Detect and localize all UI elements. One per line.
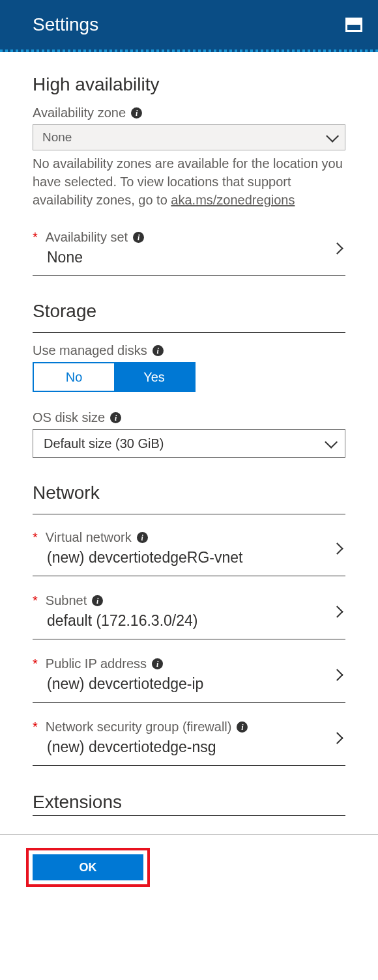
settings-blade: Settings High availability Availability … [0,0,378,904]
network-divider [33,514,345,514]
chevron-down-icon [326,130,339,143]
required-marker: * [33,656,38,671]
chevron-right-icon [331,606,343,617]
ok-button[interactable]: OK [33,854,143,880]
info-icon[interactable]: i [237,721,248,733]
chevron-right-icon [331,242,343,254]
storage-divider [33,332,345,333]
availability-zone-value: None [42,130,72,145]
osdisk-select[interactable]: Default size (30 GiB) [33,429,345,458]
section-extensions-heading: Extensions [33,792,345,813]
availability-set-label: Availability set [46,230,128,245]
blade-header: Settings [0,0,378,49]
managed-disks-label: Use managed disks [33,343,147,358]
managed-disks-no[interactable]: No [34,363,114,391]
public-ip-label: Public IP address [46,656,147,671]
availability-zone-select: None [33,124,345,150]
osdisk-value: Default size (30 GiB) [44,436,164,451]
public-ip-row[interactable]: * Public IP address i (new) devcertioted… [33,650,345,703]
managed-disks-label-row: Use managed disks i [33,343,345,358]
availability-set-value: None [33,249,325,266]
info-icon[interactable]: i [153,345,164,356]
section-network-heading: Network [33,483,345,503]
osdisk-label: OS disk size [33,410,105,425]
info-icon[interactable]: i [152,658,163,669]
nsg-value: (new) devcertiotedge-nsg [33,738,325,756]
availability-zone-label-row: Availability zone i [33,105,345,120]
chevron-down-icon [325,436,338,449]
osdisk-label-row: OS disk size i [33,410,345,425]
public-ip-value: (new) devcertiotedge-ip [33,675,325,693]
required-marker: * [33,230,38,245]
subnet-value: default (172.16.3.0/24) [33,612,325,630]
info-icon[interactable]: i [137,532,148,543]
info-icon[interactable]: i [110,412,121,423]
virtual-network-row[interactable]: * Virtual network i (new) devcertiotedge… [33,524,345,576]
blade-footer: OK [0,834,378,904]
managed-disks-yes[interactable]: Yes [114,363,194,391]
section-storage-heading: Storage [33,301,345,322]
chevron-right-icon [331,669,343,680]
availability-zone-label: Availability zone [33,105,126,120]
maximize-icon[interactable] [345,18,362,32]
managed-disks-toggle[interactable]: No Yes [33,362,196,392]
virtual-network-label: Virtual network [46,530,132,545]
subnet-label: Subnet [46,593,87,608]
chevron-right-icon [331,542,343,554]
blade-title: Settings [33,14,98,35]
availability-set-row[interactable]: * Availability set i None [33,223,345,276]
info-icon[interactable]: i [92,595,103,606]
subnet-row[interactable]: * Subnet i default (172.16.3.0/24) [33,587,345,639]
required-marker: * [33,530,38,545]
zoned-regions-link[interactable]: aka.ms/zonedregions [171,193,295,207]
nsg-row[interactable]: * Network security group (firewall) i (n… [33,713,345,766]
required-marker: * [33,720,38,735]
required-marker: * [33,593,38,608]
virtual-network-value: (new) devcertiotedgeRG-vnet [33,549,325,567]
ok-button-highlight: OK [26,848,150,887]
info-icon[interactable]: i [131,107,142,119]
chevron-right-icon [331,732,343,744]
blade-content: High availability Availability zone i No… [0,52,378,816]
availability-zone-help: No availability zones are available for … [33,154,345,209]
section-high-availability-heading: High availability [33,74,345,95]
nsg-label: Network security group (firewall) [46,720,232,735]
info-icon[interactable]: i [133,232,144,243]
extensions-divider [33,815,345,816]
